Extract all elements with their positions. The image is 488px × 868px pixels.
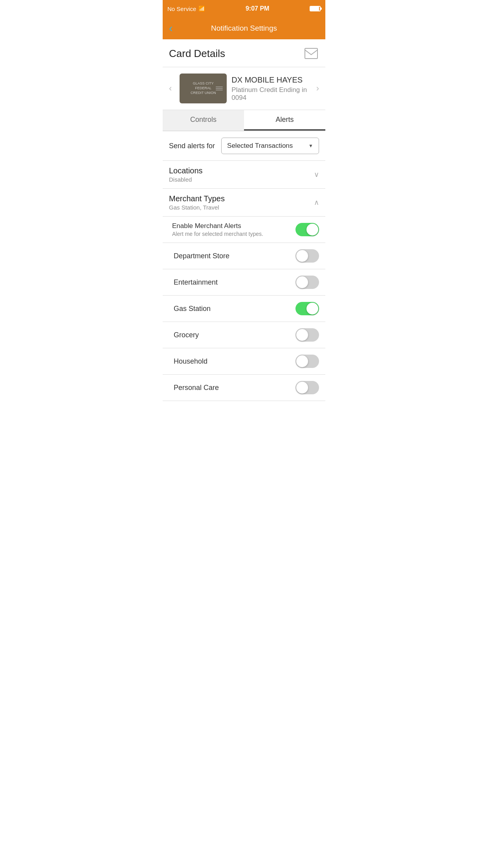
chevron-down-icon: ∨ bbox=[314, 170, 319, 179]
merchant-types-subtitle: Gas Station, Travel bbox=[169, 204, 225, 211]
merchant-label: Grocery bbox=[174, 331, 199, 339]
card-details-header: Card Details bbox=[163, 39, 325, 67]
toggle-knob bbox=[296, 329, 308, 341]
card-holder-name: DX MOBILE HAYES bbox=[231, 75, 313, 85]
toggle-knob bbox=[296, 250, 308, 262]
card-text: DX MOBILE HAYES Platinum Credit Ending i… bbox=[231, 75, 313, 102]
merchant-toggle[interactable] bbox=[295, 381, 319, 394]
locations-section[interactable]: Locations Disabled ∨ bbox=[163, 161, 325, 189]
dropdown-value: Selected Transactions bbox=[227, 142, 293, 150]
enable-merchant-alerts-subtitle: Alert me for selected merchant types. bbox=[172, 231, 263, 237]
tabs: Controls Alerts bbox=[163, 110, 325, 131]
merchant-type-row: Gas Station bbox=[163, 296, 325, 322]
merchant-types-section[interactable]: Merchant Types Gas Station, Travel ∧ bbox=[163, 189, 325, 217]
card-stripe bbox=[216, 86, 223, 90]
chevron-up-icon: ∧ bbox=[314, 198, 319, 207]
battery-fill bbox=[310, 7, 319, 11]
battery-icon bbox=[310, 6, 321, 11]
tab-alerts[interactable]: Alerts bbox=[244, 110, 325, 131]
battery-container bbox=[310, 6, 321, 11]
merchant-toggle[interactable] bbox=[295, 276, 319, 289]
merchant-type-row: Household bbox=[163, 348, 325, 375]
merchant-types-title: Merchant Types bbox=[169, 194, 225, 203]
card-logo: GLASS CITYFEDERALCREDIT UNION bbox=[191, 81, 216, 95]
locations-title: Locations bbox=[169, 166, 203, 175]
merchant-label: Gas Station bbox=[174, 305, 211, 313]
merchant-type-row: Department Store bbox=[163, 243, 325, 269]
toggle-knob bbox=[296, 355, 308, 367]
send-alerts-row: Send alerts for Selected Transactions ▼ bbox=[163, 131, 325, 161]
envelope-icon bbox=[305, 48, 318, 59]
merchant-toggle[interactable] bbox=[295, 328, 319, 342]
tab-controls[interactable]: Controls bbox=[163, 110, 244, 131]
toggle-knob bbox=[296, 382, 308, 394]
next-card-button[interactable]: › bbox=[313, 83, 322, 94]
card-info-row: ‹ GLASS CITYFEDERALCREDIT UNION DX MOBIL… bbox=[163, 67, 325, 110]
merchant-toggle[interactable] bbox=[295, 249, 319, 263]
merchant-type-row: Personal Care bbox=[163, 375, 325, 401]
merchant-type-row: Entertainment bbox=[163, 269, 325, 296]
toggle-knob bbox=[296, 276, 308, 288]
envelope-button[interactable] bbox=[303, 46, 319, 61]
card-thumbnail: GLASS CITYFEDERALCREDIT UNION bbox=[180, 74, 227, 103]
wifi-icon: 📶 bbox=[198, 6, 205, 12]
toggle-knob bbox=[306, 224, 318, 235]
merchant-label: Household bbox=[174, 357, 207, 366]
enable-merchant-alerts-row: Enable Merchant Alerts Alert me for sele… bbox=[163, 217, 325, 243]
merchant-types-list: Department StoreEntertainmentGas Station… bbox=[163, 243, 325, 401]
toggle-knob bbox=[306, 303, 318, 314]
merchant-toggle[interactable] bbox=[295, 302, 319, 315]
prev-card-button[interactable]: ‹ bbox=[166, 83, 175, 94]
merchant-toggle[interactable] bbox=[295, 355, 319, 368]
alerts-dropdown[interactable]: Selected Transactions ▼ bbox=[221, 138, 319, 154]
merchant-label: Personal Care bbox=[174, 384, 219, 392]
enable-merchant-alerts-toggle[interactable] bbox=[295, 223, 319, 236]
merchant-type-row: Grocery bbox=[163, 322, 325, 348]
carrier-text: No Service bbox=[167, 6, 196, 12]
nav-title: Notification Settings bbox=[211, 24, 277, 33]
status-left: No Service 📶 bbox=[167, 6, 205, 12]
svg-rect-0 bbox=[305, 48, 317, 59]
back-button[interactable]: ‹ bbox=[169, 23, 172, 34]
time-display: 9:07 PM bbox=[246, 5, 269, 12]
locations-subtitle: Disabled bbox=[169, 176, 203, 183]
merchant-label: Entertainment bbox=[174, 278, 218, 287]
chevron-down-icon: ▼ bbox=[308, 143, 313, 149]
enable-merchant-alerts-title: Enable Merchant Alerts bbox=[172, 222, 263, 230]
card-subtitle: Platinum Credit Ending in 0094 bbox=[231, 86, 313, 102]
nav-bar: ‹ Notification Settings bbox=[163, 17, 325, 39]
send-alerts-label: Send alerts for bbox=[169, 142, 215, 150]
card-details-title: Card Details bbox=[169, 48, 225, 60]
status-bar: No Service 📶 9:07 PM bbox=[163, 0, 325, 17]
merchant-label: Department Store bbox=[174, 252, 229, 260]
